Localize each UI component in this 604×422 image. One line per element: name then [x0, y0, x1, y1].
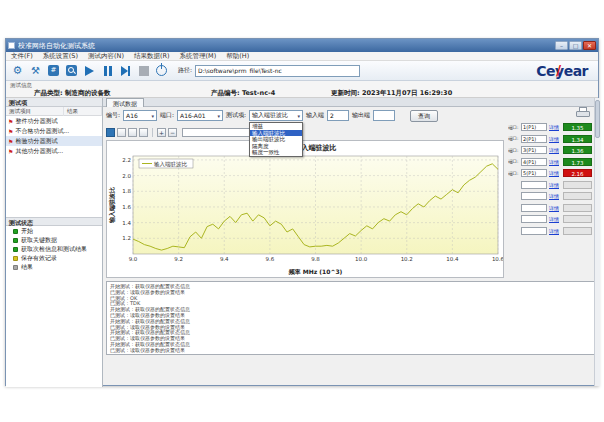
tab-test-data[interactable]: 测试数据 — [106, 98, 144, 107]
svg-text:输入端驻波比: 输入端驻波比 — [108, 187, 116, 224]
result-row: 详情 — [508, 204, 594, 212]
test-item-select[interactable]: 输入端驻波比▾ 增益输入端驻波比输出端驻波比隔离度幅度一致性 — [249, 110, 303, 121]
maximize-button[interactable]: □ — [569, 41, 582, 50]
config-icon[interactable]: ⚙ — [10, 63, 25, 78]
close-button[interactable]: ✕ — [583, 41, 596, 50]
result-value-badge — [563, 215, 592, 223]
calibrate-user-icon[interactable]: ⚒ — [28, 63, 43, 78]
result-port-field[interactable] — [521, 215, 547, 223]
vswr-chart: 9.09.29.49.69.810.010.210.410.61.21.41.6… — [106, 140, 504, 278]
stop-button[interactable] — [136, 63, 151, 78]
detail-link[interactable]: 详情 — [549, 136, 561, 142]
minimize-button[interactable]: – — [555, 41, 568, 50]
print-icon[interactable] — [117, 128, 126, 137]
detail-link[interactable]: 详情 — [549, 193, 561, 199]
zoom-out-button[interactable]: − — [168, 128, 177, 137]
detail-link[interactable]: 详情 — [549, 124, 561, 130]
status-tree-item[interactable]: 结果 — [6, 263, 102, 272]
sidebar-item-label: 检验功分器测试 — [15, 137, 57, 146]
status-tree-item[interactable]: 开始 — [6, 227, 102, 236]
result-port-field[interactable] — [521, 181, 547, 189]
detail-link[interactable]: 详情 — [549, 147, 561, 153]
log-output[interactable]: 开始测试：获取仪器的配置状态信息已测试：读取仪器参数的设置结果已测试：OK已测试… — [106, 281, 598, 355]
detail-link[interactable]: 详情 — [549, 159, 561, 165]
printer-icon[interactable] — [576, 107, 590, 118]
path-label: 路径: — [178, 66, 192, 75]
window-title: 校准网络自动化测试系统 — [18, 41, 555, 51]
output-port-label: 输出端 — [352, 111, 370, 120]
col-result: 结果 — [64, 107, 102, 116]
result-row: 端口:1(P1)详情1.35 — [508, 123, 594, 131]
result-value-badge — [563, 227, 592, 235]
input-port-field[interactable] — [327, 110, 349, 121]
logo-slash-icon: / — [556, 62, 561, 78]
query-button[interactable]: 查询 — [410, 110, 438, 122]
result-port-field[interactable]: 4(P1) — [521, 158, 547, 166]
status-bullet-icon — [13, 238, 18, 243]
copy-icon[interactable] — [139, 128, 148, 137]
result-row: 端口:4(P1)详情1.73 — [508, 158, 594, 166]
pause-button[interactable] — [100, 63, 115, 78]
sidebar-test-item[interactable]: ⚑整件功分器测试 — [6, 116, 102, 126]
result-port-field[interactable]: 3(P1) — [521, 146, 547, 154]
menu-item[interactable]: 测试内容(N) — [83, 52, 129, 60]
app-icon — [8, 42, 15, 49]
play-button[interactable] — [82, 63, 97, 78]
scrollbar-thumb[interactable] — [595, 100, 600, 138]
menu-item[interactable]: 结果数据(R) — [129, 52, 175, 60]
app-window: 校准网络自动化测试系统 – □ ✕ 文件(F)系统设置(S)测试内容(N)结果数… — [5, 38, 599, 386]
svg-text:1.6: 1.6 — [122, 204, 131, 210]
result-port-field[interactable] — [521, 192, 547, 200]
sidebar-test-item[interactable]: ⚑其他功分器测试... — [6, 146, 102, 156]
result-port-label: 端口: — [508, 148, 519, 153]
vertical-scrollbar[interactable] — [594, 98, 600, 386]
save-icon[interactable] — [106, 128, 115, 137]
zoom-in-button[interactable]: + — [157, 128, 166, 137]
detail-link[interactable]: 详情 — [549, 216, 561, 222]
detail-link[interactable]: 详情 — [549, 228, 561, 234]
path-input[interactable] — [195, 65, 360, 77]
power-button[interactable] — [154, 63, 169, 78]
detail-link[interactable]: 详情 — [549, 182, 561, 188]
result-port-field[interactable]: 5(P1) — [521, 169, 547, 177]
sidebar-item-label: 不合格功分器测试... — [15, 127, 69, 136]
detail-link[interactable]: 详情 — [549, 170, 561, 176]
result-value-badge: 1.36 — [563, 146, 592, 154]
export-icon[interactable] — [128, 128, 137, 137]
result-port-label: 端口: — [508, 136, 519, 141]
output-port-field[interactable] — [373, 110, 395, 121]
number-select[interactable]: A16▾ — [123, 110, 157, 121]
svg-text:9.0: 9.0 — [129, 256, 138, 262]
status-tree-item[interactable]: 保存有效记录 — [6, 254, 102, 263]
status-tree-item[interactable]: 获取关键数据 — [6, 236, 102, 245]
product-type: 产品类型: 制造商的设备数 — [34, 89, 110, 98]
menu-item[interactable]: 帮助(H) — [221, 52, 254, 60]
flag-icon: ⚑ — [8, 138, 13, 145]
menu-item[interactable]: 系统设置(S) — [38, 52, 83, 60]
step-button[interactable] — [118, 63, 133, 78]
svg-text:10.0: 10.0 — [355, 256, 368, 262]
sidebar-item-label: 其他功分器测试... — [15, 147, 63, 156]
status-tree-item[interactable]: 获取次检信息和测试结果 — [6, 245, 102, 254]
result-value-badge: 2.16 — [563, 169, 592, 177]
tab-strip: 测试数据 — [103, 98, 594, 107]
sidebar-test-item[interactable]: ⚑不合格功分器测试... — [6, 126, 102, 136]
detail-link[interactable]: 详情 — [549, 205, 561, 211]
menu-item[interactable]: 文件(F) — [6, 52, 38, 60]
filter-bar: 编号: A16▾ 端口: A16-A01▾ 测试项: 输入端驻波比▾ 增益输入端… — [106, 108, 502, 123]
svg-text:10.4: 10.4 — [446, 256, 459, 262]
sidebar-test-item[interactable]: ⚑检验功分器测试 — [6, 136, 102, 146]
menu-item[interactable]: 系统管理(M) — [175, 52, 222, 60]
result-port-field[interactable]: 1(P1) — [521, 123, 547, 131]
svg-text:1.8: 1.8 — [122, 188, 131, 194]
svg-text:输入端驻波比: 输入端驻波比 — [154, 161, 188, 168]
port-select[interactable]: A16-A01▾ — [177, 110, 223, 121]
dropdown-option[interactable]: 幅度一致性 — [250, 149, 302, 156]
col-test-item: 测试项目 — [6, 107, 64, 116]
result-port-field[interactable] — [521, 204, 547, 212]
result-port-field[interactable] — [521, 227, 547, 235]
result-port-field[interactable]: 2(P1) — [521, 135, 547, 143]
svg-text:9.4: 9.4 — [220, 256, 229, 262]
report-icon[interactable]: # — [46, 63, 61, 78]
search-icon[interactable] — [64, 63, 79, 78]
